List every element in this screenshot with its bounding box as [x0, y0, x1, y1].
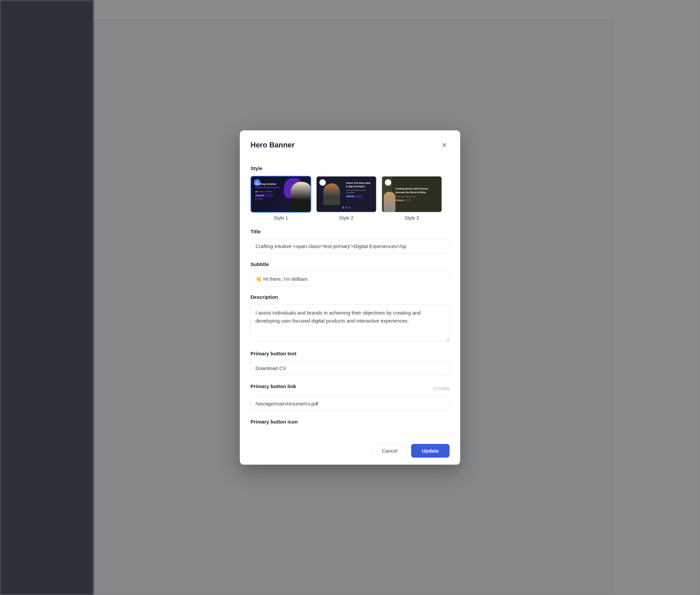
thumb2-dot-1	[342, 206, 344, 208]
style-2-thumbnail: Senior Full Stack Web & App developer...…	[316, 176, 377, 213]
primary-btn-icon-label: Primary button icon	[250, 419, 450, 425]
primary-btn-text-group: Primary button text	[250, 351, 450, 375]
thumb1-dot-2	[257, 198, 258, 200]
style-2-radio	[319, 179, 326, 186]
style-options-container: Crafting Intuitive Digital Experiences 👋…	[250, 176, 450, 221]
style-3-label: Style 3	[405, 215, 419, 221]
close-icon: ✕	[442, 141, 447, 149]
thumb3-text: Crafting Stories with Passion: Discover …	[392, 184, 442, 204]
primary-btn-link-header: Primary button link (27/250)	[250, 384, 450, 394]
char-count: (27/250)	[433, 386, 450, 391]
title-field-group: Title	[250, 229, 450, 253]
modal-title: Hero Banner	[250, 141, 295, 149]
title-field-label: Title	[250, 229, 450, 234]
thumb1-subtitle: 👋 Hi there, I'm William	[255, 191, 280, 193]
modal-overlay: Hero Banner ✕ Style	[0, 0, 700, 595]
primary-btn-link-label: Primary button link	[250, 384, 296, 389]
subtitle-input[interactable]	[250, 272, 450, 286]
thumb3-person	[384, 192, 395, 212]
modal-body: Style Crafting Intuitive Digital Experi	[240, 158, 460, 436]
update-button[interactable]: Update	[411, 444, 450, 458]
primary-btn-text-label: Primary button text	[250, 351, 450, 356]
description-field-label: Description	[250, 294, 450, 300]
thumb1-btn-primary	[255, 195, 265, 197]
modal-header: Hero Banner ✕	[240, 130, 460, 158]
thumb2-dot-2	[345, 206, 347, 208]
thumb1-dots	[255, 198, 280, 200]
cancel-button[interactable]: Cancel	[372, 444, 407, 458]
style-option-3[interactable]: Crafting Stories with Passion: Discover …	[382, 176, 442, 221]
thumb1-dot-1	[255, 198, 256, 200]
style-1-label: Style 1	[274, 215, 288, 221]
thumb1-btn-secondary	[266, 195, 273, 197]
thumb1-dot-4	[261, 198, 263, 200]
thumb1-person	[291, 182, 311, 212]
thumb1-title-line1: Crafting Intuitive	[255, 182, 280, 186]
subtitle-field-group: Subtitle	[250, 261, 450, 286]
primary-btn-link-input[interactable]	[250, 396, 450, 411]
thumb1-buttons	[255, 195, 280, 197]
style-option-1[interactable]: Crafting Intuitive Digital Experiences 👋…	[250, 176, 311, 221]
thumb1-person-body	[291, 182, 311, 212]
thumb1-title-line2: Digital Experiences	[255, 186, 280, 189]
thumb3-title: Crafting Stories with Passion: Discover …	[395, 187, 438, 194]
subtitle-field-label: Subtitle	[250, 261, 450, 267]
thumb2-dots	[342, 206, 350, 208]
modal-footer: Cancel Update	[240, 436, 460, 465]
primary-btn-link-group: Primary button link (27/250)	[250, 384, 450, 411]
thumb2-text: Senior Full Stack Web & App developer...…	[346, 181, 373, 197]
thumb1-dot-3	[259, 198, 261, 200]
description-field-group: Description I assist individuals and bra…	[250, 294, 450, 343]
close-button[interactable]: ✕	[439, 140, 450, 150]
description-textarea[interactable]: I assist individuals and brands in achie…	[250, 305, 450, 341]
style-section-label: Style	[250, 166, 450, 171]
hero-banner-modal: Hero Banner ✕ Style	[240, 130, 460, 465]
style-3-thumbnail: Crafting Stories with Passion: Discover …	[382, 176, 442, 213]
primary-btn-icon-group: Primary button icon	[250, 419, 450, 425]
style-1-thumbnail: Crafting Intuitive Digital Experiences 👋…	[250, 176, 311, 213]
style-2-label: Style 2	[339, 215, 354, 221]
primary-btn-text-input[interactable]	[250, 361, 450, 375]
thumb2-dot-3	[348, 206, 350, 208]
style-option-2[interactable]: Senior Full Stack Web & App developer...…	[316, 176, 377, 221]
style-section: Style Crafting Intuitive Digital Experi	[250, 166, 450, 221]
style-3-radio	[385, 179, 391, 186]
title-input[interactable]	[250, 239, 450, 253]
thumb1-text: Crafting Intuitive Digital Experiences 👋…	[255, 182, 280, 200]
